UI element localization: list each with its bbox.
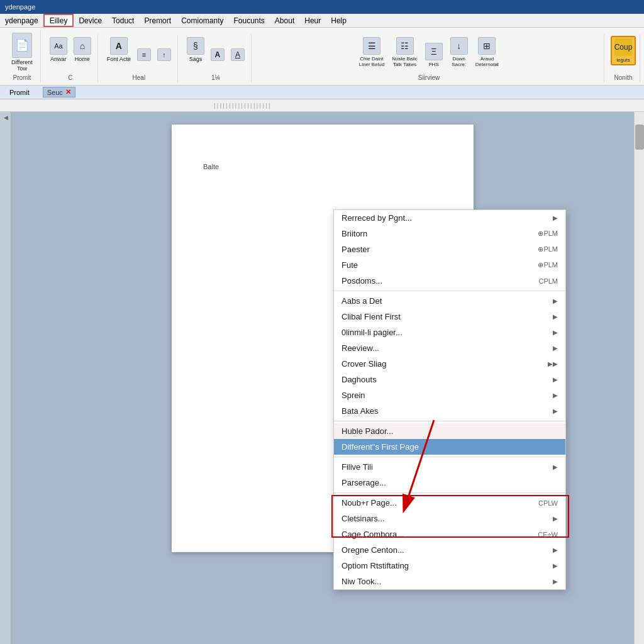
dropdown-item-parserage[interactable]: Parserage... <box>334 475 565 491</box>
dropdown-item-rerreced[interactable]: Rerreced by Pgnt... ▶ <box>334 210 565 226</box>
tabs-row: Promit Seuc ✕ <box>0 86 644 99</box>
tab-promit[interactable]: Promit <box>3 87 36 98</box>
dropdown-item-clibal[interactable]: Clibal Fient First ▶ <box>334 309 565 325</box>
dropdown-item-aabs[interactable]: Aabs a Det ▶ <box>334 293 565 309</box>
dropdown-item-britorn[interactable]: Briitorn ⊕PLM <box>334 226 565 242</box>
left-panel: ◀ <box>0 112 11 644</box>
font-a-button[interactable]: A <box>208 47 227 64</box>
dropdown-shortcut-noubtr: CPLW <box>538 499 558 507</box>
dropdown-item-oregne[interactable]: Oregne Centon... ▶ <box>334 542 565 558</box>
doc-area: ◀ Balte Rerreced by Pgnt... ▶ Briitorn ⊕… <box>0 112 644 644</box>
dropdown-item-cage[interactable]: Cage Combora... CE÷W <box>334 526 565 542</box>
tab-search[interactable]: Seuc ✕ <box>43 87 75 97</box>
ribbon-group-heal: A Font Acte ≡ ↑ Heal <box>101 35 178 82</box>
dropdown-item-noubtr[interactable]: Noub+r Page... CPLW <box>334 495 565 511</box>
tab-search-close-icon[interactable]: ✕ <box>65 88 71 96</box>
dropdown-item-cletsinars[interactable]: Cletsinars... ▶ <box>334 511 565 526</box>
ribbon-group-c-buttons: Aa Anwar ⌂ Home <box>47 36 94 64</box>
vertical-scrollbar[interactable] <box>634 112 644 644</box>
font-a-icon: A <box>211 48 225 61</box>
ribbon-group-buttons: 📄 DifferentTow <box>8 31 36 73</box>
araud-icon: ⊞ <box>478 37 496 55</box>
dropdown-shortcut-fute: ⊕PLM <box>538 261 558 269</box>
ribbon-group-label-c: C <box>68 74 72 81</box>
ribbon-btn2[interactable]: ≡ <box>135 47 153 64</box>
dropdown-item-differents-first[interactable]: Different"s First Page <box>334 439 565 455</box>
ribbon-group-1n: § Sags A A 1¼ <box>180 35 252 82</box>
menu-item-about[interactable]: About <box>270 14 299 27</box>
dropdown-shortcut-posdoms: CPLM <box>538 277 558 285</box>
different-tow-button[interactable]: 📄 DifferentTow <box>8 31 36 73</box>
coup-button[interactable]: Coup leguts <box>611 36 636 65</box>
dropdown-item-fute[interactable]: Fute ⊕PLM <box>334 257 565 273</box>
dropdown-arrow-bata: ▶ <box>553 408 558 414</box>
dropdown-item-niw-took[interactable]: Niw Took... ▶ <box>334 574 565 589</box>
anwar-icon: Aa <box>50 37 67 55</box>
dropdown-arrow-clibal: ▶ <box>553 313 558 320</box>
dropdown-arrow-cletsinars: ▶ <box>553 515 558 522</box>
menu-item-foucunts[interactable]: Foucunts <box>229 14 270 27</box>
ribbon-group-1n-buttons: § Sags A A <box>184 36 247 64</box>
ribbon-group-promit: 📄 DifferentTow Promit <box>4 30 41 82</box>
dropdown-item-reeview[interactable]: Reeview... ▶ <box>334 340 565 356</box>
dropdown-sep3 <box>334 457 565 457</box>
ribbon-group-label-1n: 1¼ <box>211 74 220 81</box>
dropdown-item-optiom[interactable]: Optiom Rtstiftating ▶ <box>334 558 565 574</box>
page-content: Balte <box>203 163 219 170</box>
menu-item-eilley[interactable]: Eilley <box>43 14 74 27</box>
dropdown-shortcut-cage: CE÷W <box>538 531 558 538</box>
font-acte-icon: A <box>110 37 128 55</box>
ribbon-group-nonith: Coup leguts Nonith <box>607 35 640 82</box>
menu-item-ydenpage[interactable]: ydenpage <box>0 14 43 27</box>
dropdown-sep1 <box>334 291 565 291</box>
font-color-icon: A <box>231 48 245 61</box>
different-tow-icon: 📄 <box>12 33 32 58</box>
dropdown-item-posdoms[interactable]: Posdoms... CPLM <box>334 273 565 289</box>
dropdown-arrow-aabs: ▶ <box>553 297 558 304</box>
dropdown-sep4 <box>334 492 565 493</box>
dropdown-item-sprein[interactable]: Sprein ▶ <box>334 387 565 403</box>
dropdown-arrow-rerreced: ▶ <box>553 214 558 221</box>
menu-item-toduct[interactable]: Toduct <box>107 14 139 27</box>
dropdown-item-bata-akes[interactable]: Bata Akes ▶ <box>334 403 565 419</box>
dropdown-item-crover[interactable]: Crover Sliag ▶▶ <box>334 356 565 372</box>
araud-button[interactable]: ⊞ AraudDeternotat <box>473 36 501 69</box>
ribbon-group-siirview-buttons: ☰ Chie DaintLiner Belud ☷ Nuste BalicTal… <box>357 36 501 69</box>
ribbon-group-label-nonith: Nonith <box>614 74 633 81</box>
ribbon: 📄 DifferentTow Promit Aa Anwar ⌂ Home C … <box>0 28 644 86</box>
down-button[interactable]: ↓ DownSacre: <box>448 36 470 69</box>
ribbon-group-label-promit: Promit <box>13 74 31 81</box>
home-icon: ⌂ <box>74 37 91 55</box>
dropdown-arrow-olinmil: ▶ <box>553 329 558 336</box>
dropdown-arrow-filive: ▶ <box>553 464 558 470</box>
fhs-button[interactable]: Ξ FHS <box>423 42 445 69</box>
sags-button[interactable]: § Sags <box>184 36 207 64</box>
dropdown-item-filive[interactable]: Filive Tili ▶ <box>334 459 565 475</box>
ribbon-group-c: Aa Anwar ⌂ Home C <box>43 35 98 82</box>
ruler: | | | | | | | | | | | | | | | | | | | <box>0 99 644 112</box>
dropdown-item-olinmil[interactable]: 0linmil-li pagier... ▶ <box>334 325 565 340</box>
menu-item-heur[interactable]: Heur <box>299 14 326 27</box>
scrollbar-thumb[interactable] <box>635 125 644 150</box>
menu-item-comiomanty[interactable]: Comiomanty <box>176 14 228 27</box>
anwar-button[interactable]: Aa Anwar <box>47 36 70 64</box>
dropdown-item-huble-pador[interactable]: Huble Pador... <box>334 423 565 439</box>
font-color-button[interactable]: A <box>228 47 247 64</box>
ribbon-btn2-icon: ≡ <box>137 48 151 61</box>
chie-daint-button[interactable]: ☰ Chie DaintLiner Belud <box>357 36 387 69</box>
menu-item-premort[interactable]: Premort <box>139 14 176 27</box>
ribbon-btn3-icon: ↑ <box>157 48 171 61</box>
nuste-balic-button[interactable]: ☷ Nuste BalicTalk Takes <box>389 36 419 69</box>
font-acte-button[interactable]: A Font Acte <box>104 36 133 64</box>
sags-icon: § <box>187 37 204 55</box>
menu-bar: ydenpage Eilley Device Toduct Premort Co… <box>0 14 644 28</box>
ribbon-btn3[interactable]: ↑ <box>155 47 174 64</box>
dropdown-item-paester[interactable]: Paester ⊕PLM <box>334 242 565 257</box>
menu-item-help[interactable]: Help <box>326 14 352 27</box>
home-button[interactable]: ⌂ Home <box>71 36 94 64</box>
ribbon-group-siirview: ☰ Chie DaintLiner Belud ☷ Nuste BalicTal… <box>254 35 604 82</box>
title-bar: ydenpage <box>0 0 644 14</box>
dropdown-item-daghouts[interactable]: Daghouts ▶ <box>334 372 565 387</box>
nuste-balic-icon: ☷ <box>396 37 414 55</box>
menu-item-device[interactable]: Device <box>74 14 107 27</box>
